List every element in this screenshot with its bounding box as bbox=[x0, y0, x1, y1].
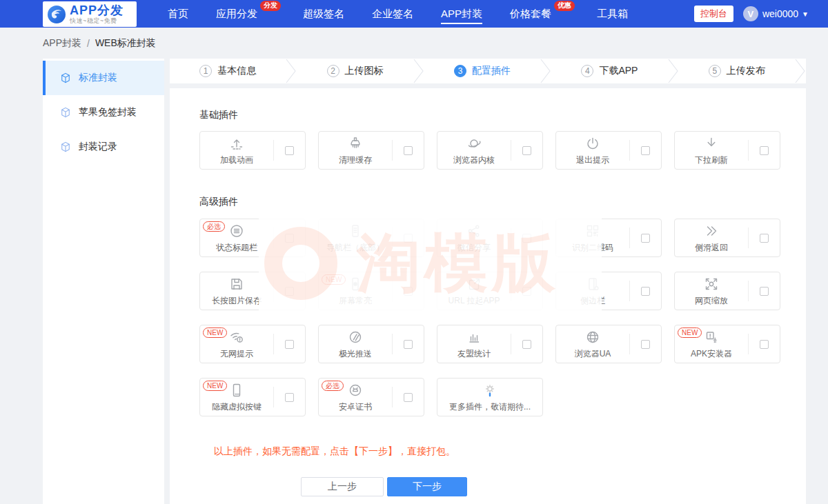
step-number: 4 bbox=[581, 65, 593, 77]
nav-item[interactable]: 应用分发分发 bbox=[216, 0, 257, 28]
screen-on-icon bbox=[347, 276, 364, 292]
plugin-checkbox[interactable] bbox=[522, 234, 531, 243]
plugin-card[interactable]: NEW隐藏虚拟按键 bbox=[199, 378, 306, 416]
jpush-icon bbox=[347, 329, 364, 345]
plugin-card[interactable]: NEW无网提示 bbox=[199, 325, 306, 363]
plugin-card[interactable]: 长按图片保存 bbox=[199, 272, 306, 310]
plugin-checkbox[interactable] bbox=[760, 234, 769, 243]
bottom-navbar-icon bbox=[347, 223, 364, 239]
plugin-checkbox[interactable] bbox=[285, 234, 294, 243]
plugin-card[interactable]: NEWAPK安装器 bbox=[674, 325, 780, 363]
plugin-card[interactable]: 加载动画 bbox=[199, 131, 306, 170]
plugin-card[interactable]: 网页缩放 bbox=[674, 272, 780, 310]
plugin-checkbox[interactable] bbox=[760, 340, 769, 349]
plugin-label: 浏览器UA bbox=[575, 348, 611, 360]
plugin-checkbox[interactable] bbox=[522, 146, 531, 155]
plugin-label: APK安装器 bbox=[691, 348, 732, 360]
wechat-share-icon bbox=[466, 223, 482, 239]
promo-badge: 分发 bbox=[260, 1, 281, 11]
username[interactable]: wei0000 bbox=[762, 8, 798, 19]
plugin-card[interactable]: 退出提示 bbox=[555, 131, 662, 170]
step-number: 1 bbox=[199, 65, 212, 77]
nav-item[interactable]: 企业签名 bbox=[372, 0, 413, 28]
nav-item[interactable]: 工具箱 bbox=[597, 0, 628, 28]
breadcrumb-current[interactable]: WEB标准封装 bbox=[95, 37, 156, 50]
swipe-back-icon bbox=[703, 223, 720, 239]
plugin-checkbox[interactable] bbox=[404, 340, 413, 349]
plugin-checkbox[interactable] bbox=[285, 146, 294, 155]
plugin-card[interactable]: 清理缓存 bbox=[318, 131, 424, 170]
nav-item-label: 首页 bbox=[168, 8, 188, 19]
logo[interactable]: APP分发 快速~稳定~免费 bbox=[43, 1, 137, 27]
sidebar-item[interactable]: 封装记录 bbox=[43, 130, 164, 164]
plugin-card[interactable]: 侧滑返回 bbox=[674, 219, 780, 257]
plugin-config-panel: 基础插件加载动画清理缓存浏览器内核退出提示下拉刷新高级插件必选状态标题栏导航栏（… bbox=[170, 88, 806, 504]
step-chevron-icon bbox=[286, 59, 297, 83]
plugin-label: 长按图片保存 bbox=[212, 295, 262, 307]
plugin-label: URL 拉起APP bbox=[448, 295, 500, 307]
plugin-card[interactable]: NEW屏幕常亮 bbox=[318, 272, 424, 310]
plugin-card[interactable]: 浏览器UA bbox=[555, 325, 662, 363]
breadcrumb-separator: / bbox=[87, 38, 90, 49]
plugin-checkbox[interactable] bbox=[760, 287, 769, 296]
plugin-checkbox[interactable] bbox=[285, 340, 294, 349]
plugin-label: 退出提示 bbox=[576, 154, 609, 166]
chevron-down-icon[interactable]: ▼ bbox=[802, 10, 809, 18]
plugin-card[interactable]: 下拉刷新 bbox=[674, 131, 780, 170]
plugin-card[interactable]: 识别二维码 bbox=[555, 219, 662, 257]
plugin-card[interactable]: 必选安卓证书 bbox=[318, 378, 424, 416]
plugin-checkbox[interactable] bbox=[285, 393, 294, 402]
plugin-checkbox[interactable] bbox=[522, 287, 531, 296]
nav-item-label: APP封装 bbox=[441, 8, 482, 19]
nav-item-label: 价格套餐 bbox=[510, 8, 551, 19]
plugin-checkbox[interactable] bbox=[641, 146, 650, 155]
step-number: 3 bbox=[454, 65, 466, 77]
plugin-checkbox[interactable] bbox=[404, 393, 413, 402]
package-icon bbox=[59, 106, 72, 119]
page-zoom-icon bbox=[703, 276, 720, 292]
prev-step-button[interactable]: 上一步 bbox=[301, 477, 384, 496]
nav-item[interactable]: 价格套餐优惠 bbox=[510, 0, 551, 28]
nav-item[interactable]: APP封装 bbox=[441, 0, 482, 28]
plugin-card[interactable]: 更多插件，敬请期待... bbox=[437, 378, 543, 416]
logo-icon bbox=[47, 5, 66, 24]
url-launch-icon bbox=[466, 276, 482, 292]
next-step-button[interactable]: 下一步 bbox=[387, 477, 467, 496]
plugin-card[interactable]: 友盟统计 bbox=[437, 325, 543, 363]
step-label: 配置插件 bbox=[472, 65, 511, 77]
plugin-checkbox[interactable] bbox=[285, 287, 294, 296]
plugin-card[interactable]: 极光推送 bbox=[318, 325, 424, 363]
plugin-card[interactable]: 浏览器内核 bbox=[437, 131, 543, 170]
section-title: 高级插件 bbox=[199, 196, 806, 210]
plugin-card[interactable]: 微信分享 bbox=[437, 219, 543, 257]
breadcrumb-parent[interactable]: APP封装 bbox=[43, 37, 81, 50]
no-network-icon bbox=[228, 329, 245, 345]
plugin-card[interactable]: URL 拉起APP bbox=[437, 272, 543, 310]
plugin-checkbox[interactable] bbox=[760, 146, 769, 155]
sidebar-item[interactable]: 标准封装 bbox=[43, 61, 164, 95]
save-image-icon bbox=[228, 276, 245, 292]
plugin-checkbox[interactable] bbox=[404, 287, 413, 296]
steps-bar: 1基本信息2上传图标3配置插件4下载APP5上传发布 bbox=[170, 59, 806, 83]
nav-item-label: 企业签名 bbox=[372, 8, 413, 19]
plugin-label: 更多插件，敬请期待... bbox=[449, 401, 531, 413]
stats-icon bbox=[466, 329, 482, 345]
plugin-card[interactable]: 导航栏（底部） bbox=[318, 219, 424, 257]
plugin-card[interactable]: 侧边栏 bbox=[555, 272, 662, 310]
nav-item[interactable]: 首页 bbox=[168, 0, 188, 28]
plugin-card[interactable]: 必选状态标题栏 bbox=[199, 219, 306, 257]
plugin-checkbox[interactable] bbox=[404, 146, 413, 155]
step-chevron-icon bbox=[413, 59, 424, 83]
sidebar-item[interactable]: 苹果免签封装 bbox=[43, 95, 164, 130]
plugin-checkbox[interactable] bbox=[522, 340, 531, 349]
plugin-checkbox[interactable] bbox=[641, 287, 650, 296]
plugin-checkbox[interactable] bbox=[404, 234, 413, 243]
step: 4下载APP bbox=[551, 59, 667, 83]
plugin-badge: 必选 bbox=[322, 381, 344, 391]
logo-title: APP分发 bbox=[70, 4, 124, 17]
avatar[interactable]: V bbox=[743, 6, 758, 21]
console-button[interactable]: 控制台 bbox=[694, 6, 733, 22]
plugin-checkbox[interactable] bbox=[641, 340, 650, 349]
plugin-checkbox[interactable] bbox=[641, 234, 650, 243]
nav-item[interactable]: 超级签名 bbox=[303, 0, 344, 28]
